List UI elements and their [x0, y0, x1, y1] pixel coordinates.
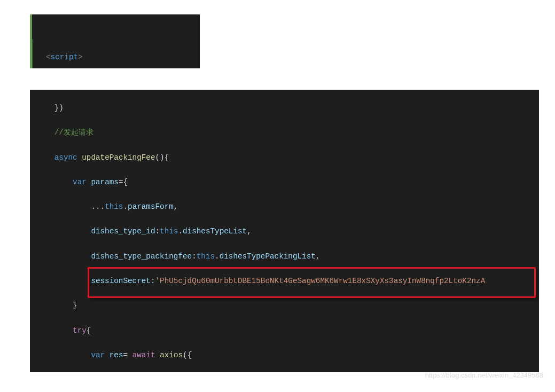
code-line: ...this.paramsForm, — [30, 201, 539, 213]
code-line: async updatePackingFee(){ — [30, 152, 539, 164]
code-line: sessionSecret:'PhU5cjdQu60mUrbbtDBE15BoN… — [30, 275, 539, 287]
code-line: <script> — [46, 51, 200, 64]
code-snippet-imports: <script> import axios from 'axios' impor… — [30, 14, 200, 68]
code-line: var res= await axios({ — [30, 349, 539, 362]
code-line: //发起请求 — [30, 127, 539, 139]
code-line: var params={ — [30, 176, 539, 189]
code-snippet-function: }) //发起请求 async updatePackingFee(){ var … — [30, 90, 539, 372]
code-line: dishes_type_packingfee:this.dishesTypePa… — [30, 250, 539, 263]
watermark-text: https://blog.csdn.net/weixin_42349568 — [425, 369, 543, 381]
code-line: }) — [30, 102, 539, 114]
code-line: } — [30, 300, 539, 312]
code-line: dishes_type_id:this.dishesTypeList, — [30, 225, 539, 238]
code-gutter-border: <script> import axios from 'axios' impor… — [32, 39, 200, 68]
code-line: try{ — [30, 325, 539, 337]
